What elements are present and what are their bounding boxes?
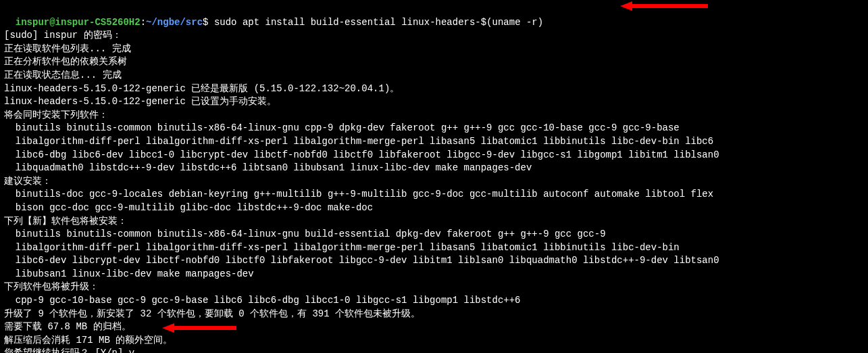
output-line: 您希望继续执行吗？ [Y/n] y bbox=[4, 347, 864, 353]
output-line: libc6-dbg libc6-dev libcc1-0 libcrypt-de… bbox=[4, 149, 864, 162]
output-line: bison gcc-doc gcc-9-multilib glibc-doc l… bbox=[4, 202, 864, 215]
command-text: sudo apt install build-essential linux-h… bbox=[214, 17, 543, 28]
prompt-dollar: $ bbox=[203, 17, 214, 28]
output-line: 解压缩后会消耗 171 MB 的额外空间。 bbox=[4, 334, 864, 348]
prompt-path: ~/ngbe/src bbox=[146, 17, 203, 28]
output-line: 正在分析软件包的依赖关系树 bbox=[4, 55, 864, 69]
output-line: 建议安装： bbox=[4, 175, 864, 189]
arrow-icon bbox=[162, 323, 236, 333]
prompt-colon: : bbox=[141, 17, 146, 28]
output-line: linux-headers-5.15.0-122-generic 已设置为手动安… bbox=[4, 95, 864, 109]
output-line: libquadmath0 libstdc++-9-dev libstdc++6 … bbox=[4, 162, 864, 175]
output-line: binutils binutils-common binutils-x86-64… bbox=[4, 228, 864, 241]
output-line: 下列软件包将被升级： bbox=[4, 281, 864, 294]
output-line: 正在读取状态信息... 完成 bbox=[4, 69, 864, 83]
prompt-line[interactable]: inspur@inspur-CS5260H2:~/ngbe/src$ sudo … bbox=[4, 3, 864, 29]
output-line: libc6-dev libcrypt-dev libctf-nobfd0 lib… bbox=[4, 254, 864, 268]
output-line: binutils-doc gcc-9-locales debian-keyrin… bbox=[4, 188, 864, 202]
output-line: linux-headers-5.15.0-122-generic 已经是最新版 … bbox=[4, 83, 864, 96]
prompt-user-host: inspur@inspur-CS5260H2 bbox=[16, 17, 141, 28]
svg-marker-0 bbox=[620, 1, 708, 11]
output-line: 将会同时安装下列软件： bbox=[4, 109, 864, 122]
output-line: binutils binutils-common binutils-x86-64… bbox=[4, 122, 864, 135]
output-line: 升级了 9 个软件包，新安装了 32 个软件包，要卸载 0 个软件包，有 391… bbox=[4, 308, 864, 321]
output-line: 需要下载 67.8 MB 的归档。 bbox=[4, 321, 864, 334]
output-line: 正在读取软件包列表... 完成 bbox=[4, 43, 864, 56]
output-line: libalgorithm-diff-perl libalgorithm-diff… bbox=[4, 135, 864, 149]
output-line: 下列【新】软件包将被安装： bbox=[4, 215, 864, 229]
output-line: libubsan1 linux-libc-dev make manpages-d… bbox=[4, 268, 864, 281]
output-line: [sudo] inspur 的密码： bbox=[4, 29, 864, 43]
output-line: cpp-9 gcc-10-base gcc-9 gcc-9-base libc6… bbox=[4, 294, 864, 308]
arrow-icon bbox=[620, 1, 708, 11]
svg-marker-1 bbox=[162, 323, 236, 333]
output-line: libalgorithm-diff-perl libalgorithm-diff… bbox=[4, 241, 864, 255]
